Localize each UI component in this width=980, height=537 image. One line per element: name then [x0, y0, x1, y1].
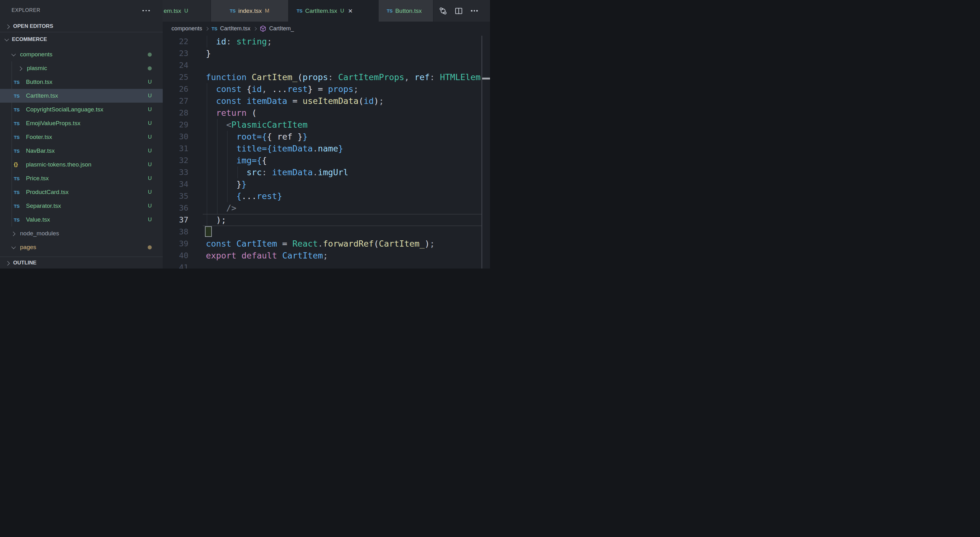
code-line-33[interactable]: 33 src: itemData.imgUrl	[163, 166, 482, 178]
tree-item-components[interactable]: components	[0, 48, 163, 61]
more-actions-icon[interactable]	[469, 6, 479, 16]
code-line-30[interactable]: 30 root={{ ref }}	[163, 131, 482, 143]
line-number: 23	[163, 48, 188, 59]
editor-tab-bar: em.tsxUTSindex.tsxMTSCartItem.tsxU×TSBut…	[163, 0, 490, 22]
breadcrumb-item-cartitem[interactable]: CartItem_	[260, 25, 294, 32]
breadcrumb-item-cartitem-tsx[interactable]: TSCartItem.tsx	[212, 25, 250, 32]
git-untracked-badge: U	[146, 203, 153, 209]
section-open-editors[interactable]: OPEN EDITORS	[0, 21, 163, 32]
code-editor[interactable]: 22 id: string;23}2425function CartItem_(…	[163, 36, 490, 269]
code-line-22[interactable]: 22 id: string;	[163, 36, 482, 48]
code-text: title={itemData.name}	[206, 143, 343, 155]
minimap-slider[interactable]	[482, 78, 490, 80]
code-line-39[interactable]: 39const CartItem = React.forwardRef(Cart…	[163, 238, 482, 250]
code-line-35[interactable]: 35 {...rest}	[163, 190, 482, 202]
code-line-31[interactable]: 31 title={itemData.name}	[163, 143, 482, 155]
tree-item-label: components	[20, 51, 52, 58]
tree-item-footer-tsx[interactable]: TSFooter.tsxU	[0, 130, 163, 144]
breadcrumb-label: CartItem.tsx	[220, 25, 250, 32]
code-line-27[interactable]: 27 const itemData = useItemData(id);	[163, 95, 482, 107]
tree-item-separator-tsx[interactable]: TSSeparator.tsxU	[0, 199, 163, 213]
code-text: img={{	[206, 155, 267, 166]
code-text: export default CartItem;	[206, 250, 328, 261]
code-line-41[interactable]: 41	[163, 261, 482, 269]
code-text: function CartItem_(props: CartItemProps,…	[206, 71, 480, 83]
git-status-dot	[148, 66, 152, 70]
git-untracked-badge: U	[184, 8, 188, 14]
tree-item-value-tsx[interactable]: TSValue.tsxU	[0, 213, 163, 226]
git-untracked-badge: U	[146, 92, 153, 99]
git-untracked-badge: U	[146, 175, 153, 182]
git-status-dot	[148, 53, 152, 57]
code-line-37[interactable]: 37 );	[163, 214, 482, 226]
git-untracked-badge: U	[146, 189, 153, 195]
tree-item-pages[interactable]: pages	[0, 240, 163, 254]
code-line-38[interactable]: 38}	[163, 226, 482, 238]
line-number: 28	[163, 107, 188, 119]
tab-cartitem-tsx[interactable]: TSCartItem.tsxU×	[288, 0, 379, 22]
tree-item-label: Price.tsx	[26, 175, 49, 182]
chevron-down-icon	[10, 51, 16, 57]
tree-item-emojivalueprops-tsx[interactable]: TSEmojiValueProps.tsxU	[0, 116, 163, 130]
code-text: src: itemData.imgUrl	[206, 166, 348, 178]
code-line-28[interactable]: 28 return (	[163, 107, 482, 119]
code-text: />	[206, 202, 237, 214]
line-number: 26	[163, 83, 188, 95]
git-untracked-badge: U	[146, 120, 153, 126]
compare-changes-icon[interactable]	[438, 6, 448, 16]
tree-item-cartitem-tsx[interactable]: TSCartItem.tsxU	[0, 89, 163, 103]
tab-index-tsx[interactable]: TSindex.tsxM	[211, 0, 288, 22]
code-line-40[interactable]: 40export default CartItem;	[163, 250, 482, 261]
tree-item-label: pages	[20, 244, 36, 251]
section-label: OPEN EDITORS	[13, 23, 53, 29]
line-number: 22	[163, 36, 188, 48]
chevron-down-icon	[10, 244, 16, 250]
tab-em-tsx[interactable]: em.tsxU	[163, 0, 211, 22]
section-workspace-ecommerce[interactable]: ECOMMERCE	[0, 32, 163, 47]
tree-item-productcard-tsx[interactable]: TSProductCard.tsxU	[0, 185, 163, 199]
tree-item-button-tsx[interactable]: TSButton.tsxU	[0, 75, 163, 89]
code-line-25[interactable]: 25function CartItem_(props: CartItemProp…	[163, 71, 482, 83]
line-number: 24	[163, 59, 188, 71]
tree-item-label: plasmic	[27, 65, 47, 72]
tree-item-label: CopyrightSocialLanguage.tsx	[26, 106, 103, 113]
code-line-24[interactable]: 24	[163, 59, 482, 71]
line-number: 38	[163, 226, 188, 238]
code-line-36[interactable]: 36 />	[163, 202, 482, 214]
line-number: 25	[163, 71, 188, 83]
tab-button-tsx[interactable]: TSButton.tsx	[379, 0, 433, 22]
chevron-down-icon	[3, 36, 10, 43]
close-tab-icon[interactable]: ×	[348, 7, 353, 15]
tree-item-navbar-tsx[interactable]: TSNavBar.tsxU	[0, 144, 163, 158]
tab-label: index.tsx	[239, 8, 262, 14]
tree-item-copyrightsociallanguage-tsx[interactable]: TSCopyrightSocialLanguage.tsxU	[0, 103, 163, 116]
line-number: 31	[163, 143, 188, 155]
breadcrumb-item-components[interactable]: components	[172, 25, 202, 32]
tab-label: em.tsx	[164, 8, 181, 14]
tree-item-price-tsx[interactable]: TSPrice.tsxU	[0, 172, 163, 185]
line-number: 37	[163, 214, 188, 226]
code-line-29[interactable]: 29 <PlasmicCartItem	[163, 119, 482, 131]
code-text: );	[206, 214, 226, 226]
tree-item-label: NavBar.tsx	[26, 147, 55, 154]
file-tree: componentsplasmicTSButton.tsxUTSCartItem…	[0, 48, 163, 254]
code-line-26[interactable]: 26 const {id, ...rest} = props;	[163, 83, 482, 95]
typescript-file-icon: TS	[14, 176, 22, 181]
editor-actions	[433, 0, 490, 22]
explorer-sidebar: EXPLORER OPEN EDITORS ECOMMERCE componen…	[0, 0, 163, 269]
tree-item-node-modules[interactable]: node_modules	[0, 226, 163, 240]
tree-item-plasmic[interactable]: plasmic	[0, 61, 163, 75]
code-line-23[interactable]: 23}	[163, 48, 482, 59]
line-number: 36	[163, 202, 188, 214]
json-file-icon: {}	[14, 161, 22, 168]
tree-item-plasmic-tokens-theo-json[interactable]: {}plasmic-tokens.theo.jsonU	[0, 158, 163, 172]
typescript-file-icon: TS	[14, 93, 22, 99]
code-line-34[interactable]: 34 }}	[163, 178, 482, 190]
code-line-32[interactable]: 32 img={{	[163, 155, 482, 166]
explorer-more-actions-icon[interactable]	[142, 8, 154, 13]
typescript-file-icon: TS	[230, 8, 235, 13]
typescript-file-icon: TS	[14, 148, 22, 154]
typescript-file-icon: TS	[14, 107, 22, 112]
section-outline[interactable]: OUTLINE	[0, 257, 163, 269]
split-editor-icon[interactable]	[454, 6, 464, 16]
